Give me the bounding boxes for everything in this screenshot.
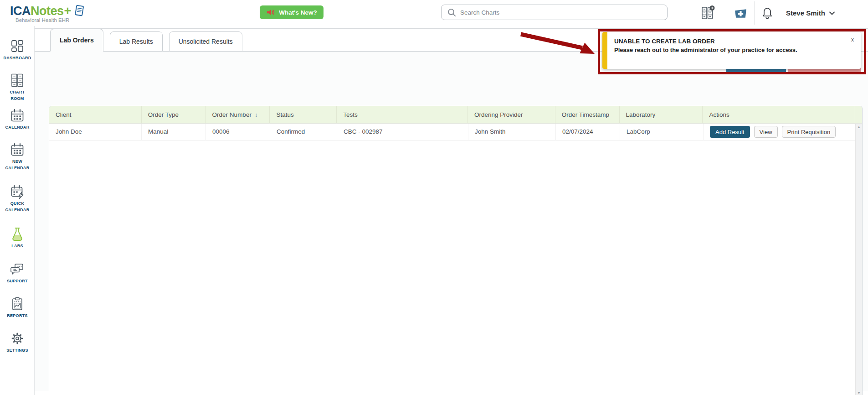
cell-laboratory: LabCorp <box>620 124 704 140</box>
sidebar-item-chart-room[interactable]: CHART ROOM <box>0 73 35 102</box>
whats-new-label: What's New? <box>279 9 317 16</box>
toast-accent-bar <box>602 32 607 69</box>
cell-actions: Add Result View Print Requisition <box>704 124 856 140</box>
toast-message: Please reach out to the administrator of… <box>614 47 797 53</box>
cell-status: Confirmed <box>270 124 337 140</box>
sidebar-item-label: CALENDAR <box>3 125 32 131</box>
sidebar-item-label: SETTINGS <box>3 348 32 354</box>
tab-label: Unsolicited Results <box>179 38 233 45</box>
column-header-scroll-spacer <box>855 106 862 123</box>
sidebar-item-label: LABS <box>3 243 32 249</box>
pharmacy-add-icon[interactable] <box>734 5 748 20</box>
labs-flask-icon <box>0 227 35 241</box>
tab-label: Lab Orders <box>60 36 94 44</box>
column-header-status[interactable]: Status <box>270 106 337 123</box>
sidebar-item-labs[interactable]: LABS <box>0 227 35 249</box>
annotation-highlight-box: UNABLE TO CREATE LAB ORDER Please reach … <box>598 29 866 74</box>
print-requisition-button[interactable]: Print Requisition <box>782 126 836 138</box>
search-icon <box>447 8 457 17</box>
user-name: Steve Smith <box>786 9 825 17</box>
cell-order-timestamp: 02/07/2024 <box>556 124 620 140</box>
column-header-laboratory[interactable]: Laboratory <box>620 106 703 123</box>
table-row: John Doe Manual 00006 Confirmed CBC - 00… <box>49 124 862 140</box>
cell-order-number: 00006 <box>206 124 270 140</box>
megaphone-icon <box>266 8 275 17</box>
sidebar-item-label: NEW CALENDAR <box>3 159 32 172</box>
cell-tests: CBC - 002987 <box>337 124 468 140</box>
column-header-order-number[interactable]: Order Number↓ <box>206 106 270 123</box>
sidebar-item-quick-calendar[interactable]: QUICK CALENDAR <box>0 184 35 213</box>
logo-ica: ICA <box>10 4 31 18</box>
sidebar-item-dashboard[interactable]: DASHBOARD <box>0 39 35 62</box>
app-logo-text: ICANotes+ <box>10 4 86 18</box>
notifications-bell-icon[interactable] <box>760 5 775 20</box>
sidebar-item-settings[interactable]: SETTINGS <box>0 331 35 354</box>
sidebar-item-new-calendar[interactable]: NEW CALENDAR <box>0 142 35 172</box>
chart-room-add-icon[interactable] <box>700 5 715 21</box>
tab-unsolicited-results[interactable]: Unsolicited Results <box>169 31 242 52</box>
grid-header-row: Client Order Type Order Number↓ Status T… <box>49 106 862 124</box>
column-header-client[interactable]: Client <box>49 106 142 123</box>
add-result-button[interactable]: Add Result <box>710 126 750 138</box>
sidebar-item-calendar[interactable]: CALENDAR <box>0 108 35 131</box>
main-content: Lab Orders Lab Results Unsolicited Resul… <box>35 26 868 391</box>
sort-descending-icon: ↓ <box>255 112 257 118</box>
column-header-ordering-provider[interactable]: Ordering Provider <box>468 106 555 123</box>
sidebar-item-label: DASHBOARD <box>3 55 32 62</box>
scroll-down-icon[interactable]: ▼ <box>857 391 861 395</box>
logo-plus: + <box>64 4 71 18</box>
sidebar-item-reports[interactable]: REPORTS <box>0 296 35 319</box>
calendar-icon <box>0 108 35 123</box>
lab-orders-grid: Client Order Type Order Number↓ Status T… <box>49 106 863 395</box>
scroll-up-icon[interactable]: ▲ <box>857 125 861 129</box>
error-toast: UNABLE TO CREATE LAB ORDER Please reach … <box>602 32 861 69</box>
column-header-tests[interactable]: Tests <box>337 106 468 123</box>
grid-empty-body <box>49 140 862 395</box>
cell-client: John Doe <box>49 124 142 140</box>
toast-title: UNABLE TO CREATE LAB ORDER <box>614 38 797 45</box>
reports-icon <box>0 296 35 311</box>
quick-calendar-icon <box>0 184 35 199</box>
cell-order-type: Manual <box>142 124 206 140</box>
chart-room-icon <box>0 73 35 88</box>
logo-notes: Notes <box>31 4 64 18</box>
column-header-order-type[interactable]: Order Type <box>142 106 206 123</box>
user-menu[interactable]: Steve Smith <box>786 0 835 26</box>
search-input[interactable] <box>460 9 663 16</box>
dashboard-icon <box>0 39 35 53</box>
whats-new-button[interactable]: What's New? <box>260 5 324 19</box>
header-divider <box>754 1 755 25</box>
view-button[interactable]: View <box>754 126 778 138</box>
sidebar-item-label: SUPPORT <box>3 278 32 285</box>
tab-strip: Lab Orders Lab Results Unsolicited Resul… <box>50 29 242 52</box>
cell-ordering-provider: John Smith <box>468 124 556 140</box>
chevron-down-icon <box>829 11 835 15</box>
sidebar: DASHBOARD CHART ROOM CALENDAR NEW CALEND… <box>0 26 35 395</box>
tab-lab-results[interactable]: Lab Results <box>110 31 163 52</box>
search-charts-box <box>441 5 668 20</box>
new-calendar-icon <box>0 142 35 157</box>
vertical-scrollbar[interactable]: ▲ ▼ <box>855 124 862 395</box>
support-icon <box>0 262 35 276</box>
lab-orders-panel: Client Order Type Order Number↓ Status T… <box>35 51 868 391</box>
sidebar-item-support[interactable]: SUPPORT <box>0 262 35 285</box>
toast-close-icon[interactable]: x <box>851 36 854 43</box>
sidebar-item-label: REPORTS <box>3 313 32 319</box>
column-header-order-timestamp[interactable]: Order Timestamp <box>555 106 620 123</box>
tab-lab-orders[interactable]: Lab Orders <box>50 29 103 52</box>
top-header: ICANotes+ Behavioral Health EHR What's N… <box>0 0 868 26</box>
sidebar-item-label: QUICK CALENDAR <box>3 201 32 213</box>
settings-gear-icon <box>0 331 35 346</box>
app-logo[interactable]: ICANotes+ Behavioral Health EHR <box>10 4 86 23</box>
logo-document-icon <box>72 4 86 18</box>
sidebar-item-label: CHART ROOM <box>3 89 32 102</box>
tab-label: Lab Results <box>119 38 153 45</box>
column-header-actions: Actions <box>703 106 855 123</box>
